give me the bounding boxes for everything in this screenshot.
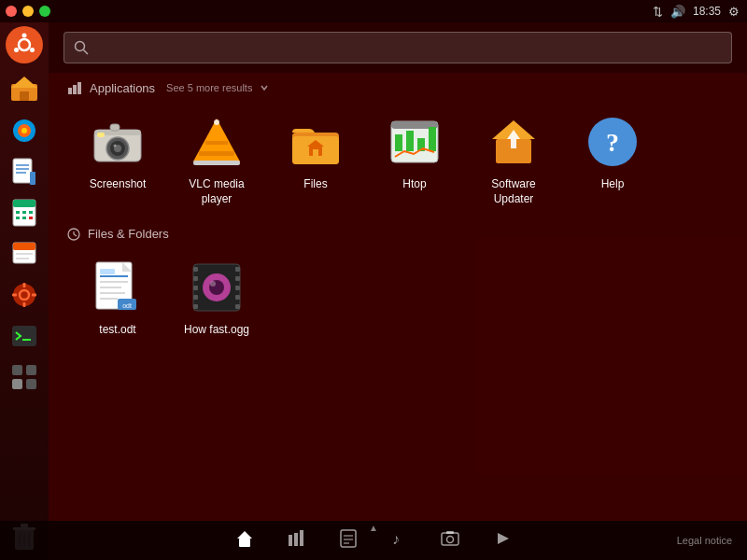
svg-rect-26 [16, 253, 33, 255]
svg-rect-69 [313, 149, 318, 156]
files-icon-wrapper [286, 112, 345, 172]
dock-calc[interactable] [6, 194, 43, 231]
svg-point-108 [210, 281, 216, 287]
svg-rect-121 [446, 531, 454, 534]
svg-rect-37 [26, 365, 36, 375]
dock-workspace[interactable] [6, 358, 43, 396]
search-overlay: Applications See 5 more results [49, 22, 747, 560]
software-updater-icon-wrapper [484, 112, 543, 172]
vlc-label: VLC media player [174, 177, 260, 206]
svg-rect-104 [235, 295, 240, 300]
bottom-home-icon[interactable] [235, 529, 254, 553]
search-bar[interactable] [63, 32, 732, 63]
svg-rect-98 [193, 286, 198, 290]
app-help[interactable]: ? Help [566, 105, 659, 214]
search-input[interactable] [96, 40, 722, 55]
svg-rect-96 [193, 267, 198, 272]
svg-rect-34 [12, 326, 36, 346]
svg-rect-100 [193, 304, 198, 309]
svg-point-64 [214, 119, 219, 125]
bottom-video-icon[interactable] [493, 531, 512, 551]
legal-notice-link[interactable]: Legal notice [677, 535, 732, 546]
file-test-odt[interactable]: odt test.odt [71, 250, 164, 343]
window-controls [6, 6, 50, 17]
file-how-fast-ogg[interactable]: How fast.ogg [170, 250, 263, 343]
svg-rect-15 [30, 172, 35, 185]
svg-rect-49 [73, 85, 77, 94]
svg-rect-30 [23, 283, 26, 287]
bottom-apps-icon[interactable] [288, 529, 306, 553]
svg-point-3 [14, 48, 19, 52]
top-bar: ⇅ 🔊 18:35 ⚙ [0, 0, 747, 22]
svg-rect-31 [23, 302, 26, 307]
svg-rect-63 [193, 161, 240, 165]
minimize-button[interactable] [22, 6, 34, 17]
svg-rect-111 [289, 535, 292, 546]
svg-rect-110 [239, 539, 250, 547]
svg-rect-19 [22, 211, 26, 214]
svg-rect-25 [13, 243, 35, 250]
svg-rect-27 [16, 258, 29, 259]
app-screenshot[interactable]: Screenshot [71, 105, 164, 214]
close-button[interactable] [6, 6, 17, 17]
files-label: Files [303, 177, 327, 192]
app-grid: Screenshot [67, 105, 728, 214]
svg-rect-62 [205, 141, 228, 145]
svg-rect-33 [32, 294, 36, 297]
svg-rect-50 [78, 82, 81, 94]
bottom-music-icon[interactable]: ♪ [390, 529, 407, 553]
app-htop[interactable]: Htop [368, 105, 461, 214]
ubuntu-logo[interactable] [6, 26, 43, 63]
svg-line-84 [74, 234, 77, 236]
svg-point-2 [22, 34, 27, 38]
app-files[interactable]: Files [269, 105, 362, 214]
files-folders-section: Files & Folders [49, 221, 747, 351]
settings-icon[interactable]: ⚙ [728, 5, 740, 19]
svg-point-10 [21, 128, 27, 133]
vlc-icon-wrapper [187, 112, 247, 172]
svg-rect-103 [235, 286, 240, 290]
clock: 18:35 [693, 5, 721, 18]
svg-rect-20 [29, 211, 33, 214]
svg-rect-92 [100, 269, 115, 274]
applications-header: Applications See 5 more results [67, 80, 728, 95]
svg-rect-101 [235, 267, 240, 272]
dock-terminal[interactable] [6, 317, 43, 355]
volume-icon: 🔊 [670, 5, 685, 19]
svg-rect-48 [68, 88, 72, 94]
help-label: Help [601, 177, 625, 192]
svg-rect-11 [13, 159, 32, 183]
app-vlc[interactable]: VLC media player [170, 105, 263, 214]
see-more-results[interactable]: See 5 more results [166, 82, 252, 93]
top-bar-right: ⇅ 🔊 18:35 ⚙ [653, 5, 740, 19]
svg-marker-109 [237, 531, 252, 539]
dock-firefox[interactable] [6, 112, 43, 149]
app-software-updater[interactable]: Software Updater [467, 105, 560, 214]
svg-rect-102 [235, 276, 240, 281]
ogg-label: How fast.ogg [184, 323, 249, 336]
file-grid: odt test.odt [67, 250, 728, 343]
svg-rect-112 [294, 533, 298, 546]
svg-rect-36 [12, 365, 22, 375]
svg-rect-99 [193, 295, 198, 300]
svg-marker-122 [498, 533, 509, 544]
odt-label: test.odt [99, 323, 135, 336]
dock-settings[interactable] [6, 276, 43, 314]
dock-impress[interactable] [6, 235, 43, 273]
collapse-chevron[interactable]: ▲ [369, 523, 378, 533]
help-icon-wrapper: ? [583, 112, 642, 172]
applications-title: Applications [90, 81, 155, 95]
dock-home-folder[interactable] [6, 71, 43, 108]
dock [0, 22, 49, 560]
odt-icon-wrapper: odt [88, 258, 148, 317]
bottom-photo-icon[interactable] [441, 530, 459, 552]
svg-rect-38 [12, 379, 22, 389]
software-updater-label: Software Updater [471, 177, 557, 206]
svg-rect-23 [29, 217, 33, 219]
applications-section: Applications See 5 more results [49, 73, 747, 221]
bottom-files-icon[interactable] [340, 529, 357, 553]
dock-writer[interactable] [6, 153, 43, 190]
svg-point-56 [114, 144, 117, 147]
maximize-button[interactable] [39, 6, 50, 17]
svg-text:odt: odt [122, 302, 132, 309]
